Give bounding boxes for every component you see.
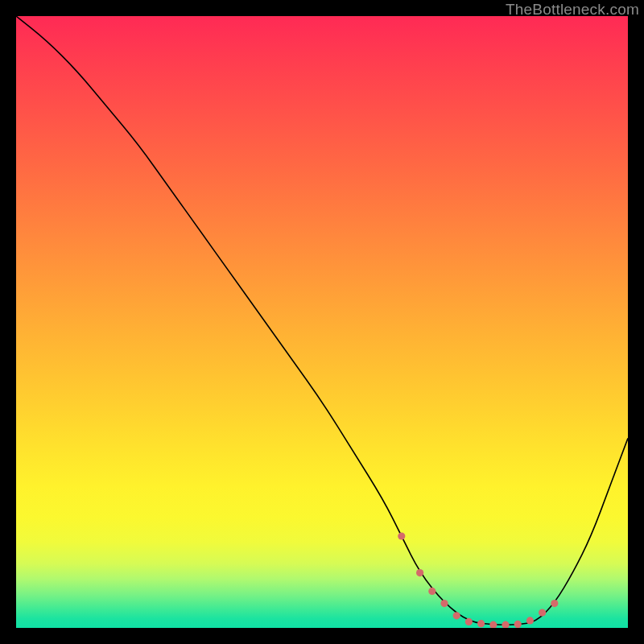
highlight-dot [416,569,423,576]
highlight-dot [477,620,485,627]
highlight-dot [502,621,509,628]
highlight-dot [465,618,473,625]
highlight-dots-group [398,532,558,628]
bottleneck-curve [16,16,628,625]
highlight-dot [398,532,405,539]
highlight-dot [489,621,497,628]
highlight-dot [539,609,546,616]
curve-path [16,16,628,625]
highlight-dot [526,617,534,624]
highlight-dot [428,588,436,595]
chart-svg [16,16,628,628]
highlight-dot [440,600,448,607]
highlight-dot [551,600,558,607]
plot-area [16,16,628,628]
chart-frame: TheBottleneck.com [0,0,644,644]
highlight-dot [453,612,460,619]
highlight-dot [514,621,522,628]
